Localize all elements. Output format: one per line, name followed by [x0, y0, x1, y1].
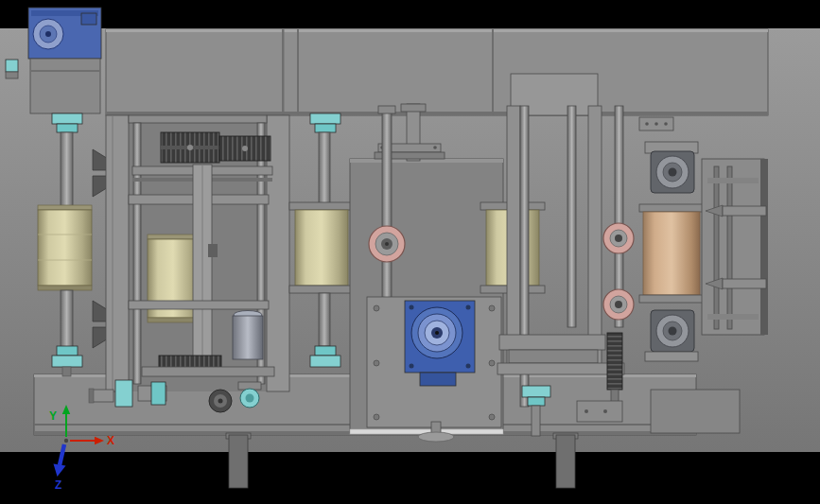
- drive-motor[interactable]: [28, 8, 101, 59]
- cad-viewport[interactable]: X Y Z: [0, 0, 820, 504]
- gear-train[interactable]: [161, 132, 270, 163]
- triad-origin: [64, 439, 68, 443]
- x-axis-label: X: [107, 434, 114, 447]
- machine-assembly[interactable]: [6, 8, 768, 488]
- right-roller[interactable]: [639, 204, 704, 303]
- tailstock-panel[interactable]: [702, 159, 768, 335]
- small-cylinder-motor[interactable]: [233, 311, 263, 360]
- z-axis-label: Z: [55, 478, 61, 492]
- right-motor-bottom[interactable]: [645, 310, 698, 361]
- left-roller-unit[interactable]: [106, 115, 289, 391]
- y-axis-label: Y: [49, 409, 57, 423]
- right-motor-top[interactable]: [645, 142, 698, 193]
